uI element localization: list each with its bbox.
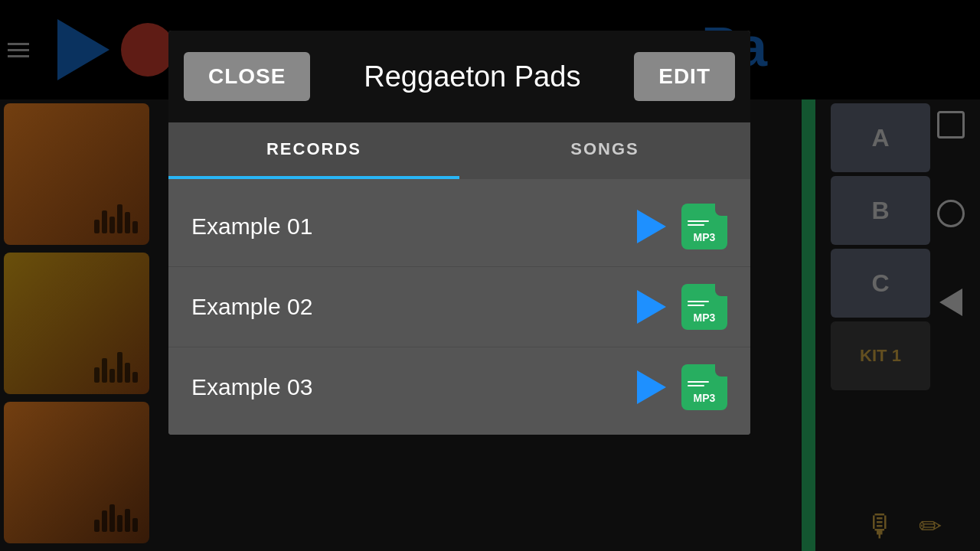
close-button[interactable]: CLOSE (184, 52, 310, 101)
tab-songs[interactable]: SONGS (459, 122, 750, 179)
modal-title: Reggaeton Pads (364, 60, 580, 93)
record-play-icon-2[interactable] (637, 290, 666, 324)
modal-content: Example 01 Example 02 (168, 179, 750, 435)
edit-button[interactable]: EDIT (634, 52, 735, 101)
mp3-badge-1 (681, 204, 727, 249)
record-item-3[interactable]: Example 03 (168, 347, 750, 427)
record-play-icon-3[interactable] (637, 370, 666, 404)
record-item-2[interactable]: Example 02 (168, 267, 750, 347)
modal-dialog: CLOSE Reggaeton Pads EDIT RECORDS SONGS … (168, 31, 750, 435)
modal-tabs: RECORDS SONGS (168, 122, 750, 179)
modal-header: CLOSE Reggaeton Pads EDIT (168, 31, 750, 122)
mp3-lines-1 (688, 220, 709, 226)
mp3-badge-3 (681, 364, 727, 410)
mp3-lines-3 (688, 381, 709, 386)
tab-records[interactable]: RECORDS (168, 122, 459, 179)
record-name-2: Example 02 (191, 294, 637, 320)
record-item-1[interactable]: Example 01 (168, 187, 750, 267)
record-name-3: Example 03 (191, 374, 637, 400)
modal-overlay: CLOSE Reggaeton Pads EDIT RECORDS SONGS … (0, 0, 980, 551)
mp3-lines-2 (688, 301, 709, 306)
record-name-1: Example 01 (191, 214, 637, 240)
record-play-icon-1[interactable] (637, 210, 666, 243)
mp3-badge-2 (681, 284, 727, 330)
